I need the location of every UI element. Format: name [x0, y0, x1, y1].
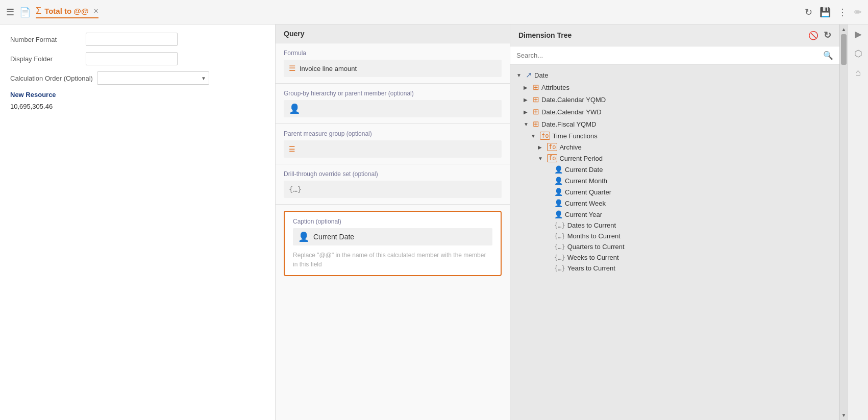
refresh-tree-icon[interactable]: ↻ [824, 30, 831, 41]
display-folder-row: Display Folder [10, 52, 265, 65]
tree-item[interactable]: 👤Current Year [510, 209, 839, 220]
tree-item[interactable]: ▼⊞Date.Fiscal YQMD [510, 118, 839, 130]
tree-node-icon: ⊞ [533, 107, 539, 116]
number-format-label: Number Format [10, 36, 82, 43]
tree-node-label: Current Week [565, 200, 606, 207]
tree-node-label: Quarters to Current [567, 243, 625, 251]
tree-node-label: Years to Current [567, 264, 615, 272]
top-bar: ☰ 📄 Σ Total to @@ × ↻ 💾 ⋮ ✏ [0, 0, 868, 24]
new-doc-icon[interactable]: 📄 [19, 7, 31, 18]
tree-node-icon: ⊞ [533, 119, 539, 129]
drill-icon: {…} [289, 185, 302, 193]
tree-arrow-icon: ▶ [524, 85, 531, 90]
tree-node-label: Attributes [541, 84, 569, 91]
group-by-field[interactable]: 👤 [284, 100, 502, 117]
tree-arrow-icon: ▶ [538, 144, 545, 150]
tree-node-icon: 👤 [554, 188, 563, 196]
query-header: Query [276, 24, 510, 43]
tree-item[interactable]: {…}Quarters to Current [510, 241, 839, 252]
sigma-icon: Σ [36, 6, 41, 16]
refresh-button[interactable]: ↻ [805, 7, 812, 18]
tree-node-icon: fo [547, 154, 557, 162]
measure-icon: ☰ [289, 145, 295, 153]
tree-node-icon: {…} [554, 265, 565, 272]
tab-title: Total to @@ [44, 7, 88, 15]
calc-order-row: Calculation Order (Optional) ▼ [10, 71, 265, 85]
tree-node-label: Dates to Current [567, 221, 616, 229]
tree-node-icon: {…} [554, 243, 565, 251]
tree-arrow-icon: ▼ [524, 121, 531, 127]
hide-icon[interactable]: 🚫 [808, 31, 819, 40]
scroll-track [840, 34, 848, 410]
tree-node-icon: ↗ [526, 70, 532, 80]
tree-node-icon: 👤 [554, 177, 563, 185]
tree-item[interactable]: 👤Current Quarter [510, 186, 839, 197]
tree-node-icon: 👤 [554, 210, 563, 218]
new-resource-label: New Resource [10, 91, 265, 98]
tree-item[interactable]: ▶⊞Date.Calendar YQMD [510, 93, 839, 106]
tab-close-button[interactable]: × [94, 7, 98, 16]
query-panel: Query Formula ☰ Invoice line amount Grou… [276, 24, 510, 420]
tree-arrow-icon: ▶ [524, 97, 531, 103]
group-by-label: Group-by hierarchy or parent member (opt… [284, 90, 502, 97]
caption-hint: Replace "@@" in the name of this calcula… [293, 251, 492, 269]
active-tab[interactable]: Σ Total to @@ × [36, 6, 98, 18]
tree-node-icon: 👤 [554, 165, 563, 174]
tree-item[interactable]: {…}Dates to Current [510, 220, 839, 231]
search-row: 🔍 [510, 46, 839, 65]
search-input[interactable] [516, 52, 820, 59]
tree-node-icon: {…} [554, 254, 565, 261]
calc-order-select[interactable] [97, 71, 209, 85]
tree-item[interactable]: {…}Weeks to Current [510, 252, 839, 263]
group-icon: 👤 [289, 103, 300, 114]
parent-measure-field[interactable]: ☰ [284, 140, 502, 158]
tree-item[interactable]: ▶⊞Date.Calendar YWD [510, 106, 839, 118]
formula-section: Formula ☰ Invoice line amount [276, 43, 510, 84]
tree-item[interactable]: ▶⊞Attributes [510, 81, 839, 93]
display-folder-input[interactable] [86, 52, 178, 65]
parent-measure-section: Parent measure group (optional) ☰ [276, 124, 510, 164]
tree-item[interactable]: 👤Current Month [510, 175, 839, 186]
tree-node-label: Months to Current [567, 232, 621, 240]
preview-value: 10,695,305.46 [10, 103, 265, 110]
scroll-up-arrow[interactable]: ▲ [839, 24, 848, 34]
side-icons-panel: ▶ ⬡ ⌂ [848, 24, 868, 420]
formula-icon: ☰ [289, 64, 295, 73]
save-button[interactable]: 💾 [820, 7, 831, 18]
tree-item[interactable]: {…}Months to Current [510, 231, 839, 241]
menu-icon[interactable]: ☰ [6, 7, 14, 18]
number-format-input[interactable] [86, 33, 178, 46]
tree-item[interactable]: ▶foArchive [510, 141, 839, 153]
tree-item[interactable]: ▼foCurrent Period [510, 153, 839, 164]
tree-node-label: Date.Fiscal YQMD [541, 120, 596, 128]
tree-node-icon: ⊞ [533, 95, 539, 104]
tree-arrow-icon: ▼ [516, 72, 524, 78]
scroll-thumb[interactable] [841, 34, 847, 65]
right-area: Dimension Tree 🚫 ↻ 🔍 ▼↗Date▶⊞Attributes▶… [510, 24, 848, 420]
tree-item[interactable]: ▼↗Date [510, 69, 839, 81]
tree-arrow-icon: ▶ [524, 109, 531, 115]
caption-field[interactable]: 👤 Current Date [293, 228, 492, 245]
expand-right-icon[interactable]: ▶ [855, 29, 862, 40]
tree-item[interactable]: 👤Current Date [510, 164, 839, 175]
cube-icon[interactable]: ⬡ [854, 48, 862, 59]
tree-node-label: Archive [559, 143, 581, 151]
tree-node-label: Date.Calendar YWD [541, 108, 602, 116]
parent-measure-label: Parent measure group (optional) [284, 130, 502, 137]
tree-item[interactable]: 👤Current Week [510, 197, 839, 209]
drill-through-field[interactable]: {…} [284, 181, 502, 198]
search-icon[interactable]: 🔍 [823, 51, 833, 60]
number-format-row: Number Format [10, 33, 265, 46]
tree-node-label: Current Month [565, 177, 607, 185]
edit-button[interactable]: ✏ [854, 7, 862, 18]
tree-node-label: Current Period [559, 155, 603, 162]
formula-label: Formula [284, 50, 502, 57]
dimension-tree-title: Dimension Tree [518, 31, 572, 39]
tree-arrow-icon: ▼ [538, 156, 545, 161]
more-options-button[interactable]: ⋮ [838, 7, 847, 18]
tree-item[interactable]: ▼foTime Functions [510, 130, 839, 141]
home-icon[interactable]: ⌂ [855, 67, 861, 78]
formula-field[interactable]: ☰ Invoice line amount [284, 60, 502, 77]
tree-item[interactable]: {…}Years to Current [510, 263, 839, 274]
scroll-down-arrow[interactable]: ▼ [839, 410, 848, 420]
